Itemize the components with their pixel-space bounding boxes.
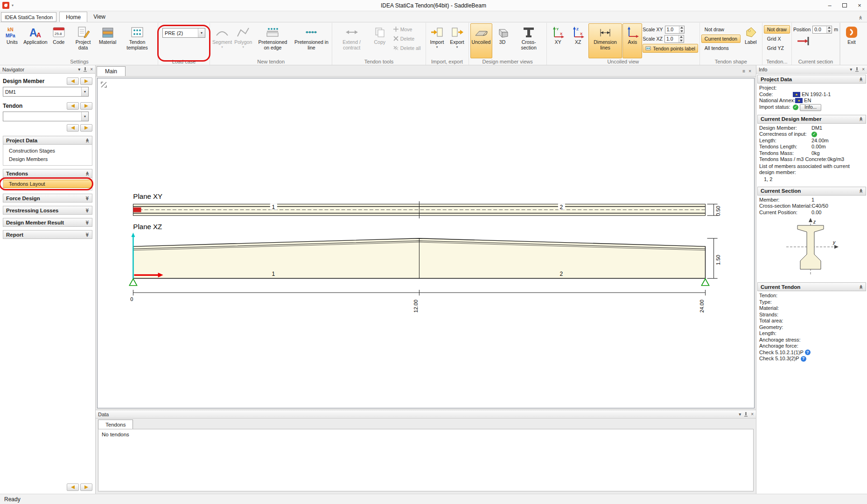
position-label: Position xyxy=(793,27,811,32)
data-close-icon[interactable]: × xyxy=(751,412,754,417)
section-header-project-data[interactable]: Project Data ≫ xyxy=(3,136,92,145)
move-button[interactable]: Move xyxy=(390,25,424,34)
uncoiled-view-button[interactable]: Uncoiled xyxy=(470,23,492,58)
info-menu-icon[interactable]: ▾ xyxy=(850,67,852,72)
quick-access-caret-icon[interactable]: ▾ xyxy=(12,3,14,7)
units-button[interactable]: kNMPa Units xyxy=(2,23,22,58)
tendon-shape-not-draw-button[interactable]: Not draw xyxy=(701,25,741,34)
design-member-select[interactable]: DM1 ▾ xyxy=(3,87,89,97)
fit-view-icon[interactable] xyxy=(100,81,107,90)
spin-down-icon[interactable] xyxy=(679,39,684,42)
project-data-button[interactable]: Project data xyxy=(69,23,97,58)
tab-view[interactable]: View xyxy=(87,12,112,22)
scale-xy-input[interactable]: 1.0 xyxy=(665,26,685,34)
application-button[interactable]: AA Application xyxy=(22,23,49,58)
pretensioned-on-edge-button[interactable]: Pretensioned on edge xyxy=(253,23,292,58)
current-section-position-button[interactable] xyxy=(793,35,838,49)
app-menu-button[interactable]: IDEA StatiCa Tendon xyxy=(1,12,56,22)
section-header-force-design[interactable]: Force Design ≫ xyxy=(3,194,92,203)
load-case-select[interactable]: PRE (2) ▾ xyxy=(162,28,205,38)
position-input[interactable]: 0.0 xyxy=(812,26,832,34)
collapse-ribbon-icon[interactable]: ≫ xyxy=(858,15,862,20)
section-header-prestressing-losses[interactable]: Prestressing Losses ≫ xyxy=(3,206,92,215)
collapse-icon: ≫ xyxy=(858,189,863,193)
material-button[interactable]: Material xyxy=(98,23,118,58)
polygon-button[interactable]: Polygon ▾ xyxy=(233,23,253,58)
close-button[interactable]: × xyxy=(852,0,867,11)
dropdown-arrow-icon[interactable]: ▾ xyxy=(81,87,88,96)
tendon-grid-not-draw-button[interactable]: Not draw xyxy=(764,25,790,34)
section-header-design-member-result[interactable]: Design Member Result ≫ xyxy=(3,218,92,227)
navigator-bottom-prev-button[interactable] xyxy=(67,483,79,491)
cross-section-view-button[interactable]: Cross-section xyxy=(513,23,545,58)
nav-item-construction-stages[interactable]: Construction Stages xyxy=(3,147,92,155)
design-member-prev-button[interactable] xyxy=(67,77,79,85)
spin-up-icon[interactable] xyxy=(679,35,684,39)
help-icon[interactable]: ? xyxy=(801,356,806,362)
import-button[interactable]: Import ▾ xyxy=(427,23,447,58)
tendon-select[interactable]: ▾ xyxy=(3,112,89,121)
section-header-report[interactable]: Report ≫ xyxy=(3,230,92,239)
current-tendon-button[interactable]: Current tendon xyxy=(701,35,741,43)
info-close-icon[interactable]: × xyxy=(862,67,865,72)
dimension-lines-button[interactable]: Dimension lines xyxy=(588,23,622,58)
tendon-order-prev-button[interactable] xyxy=(67,124,79,132)
tendon-prev-button[interactable] xyxy=(67,102,79,110)
grid-x-button[interactable]: Grid X xyxy=(764,35,790,43)
all-tendons-button[interactable]: All tendons xyxy=(701,44,741,52)
delete-all-button[interactable]: Delete all xyxy=(390,44,424,52)
info-pin-icon[interactable] xyxy=(855,67,859,72)
plane-xz-button[interactable]: ZX XZ xyxy=(568,23,588,58)
import-info-button[interactable]: Info... xyxy=(800,104,821,111)
view-close-icon[interactable]: × xyxy=(748,69,751,74)
info-header-current-tendon[interactable]: Current Tendon ≫ xyxy=(757,282,866,291)
data-pin-icon[interactable] xyxy=(744,412,748,417)
label-button[interactable]: Label xyxy=(741,23,761,58)
view-menu-icon[interactable]: ≡ xyxy=(742,69,745,74)
spin-down-icon[interactable] xyxy=(827,29,832,33)
tab-tendons[interactable]: Tendons xyxy=(98,420,133,429)
nav-item-design-members[interactable]: Design Members xyxy=(3,155,92,163)
delete-button[interactable]: Delete xyxy=(390,35,424,43)
grid-yz-button[interactable]: Grid YZ xyxy=(764,44,790,52)
nav-item-tendons-layout[interactable]: Tendons Layout xyxy=(3,180,92,188)
code-button[interactable]: 25.8 Code xyxy=(49,23,69,58)
plane-xy-button[interactable]: YX XY xyxy=(548,23,568,58)
axis-button[interactable]: Axis xyxy=(622,23,642,58)
exit-button[interactable]: Exit xyxy=(842,23,861,58)
tendon-order-next-button[interactable] xyxy=(80,124,92,132)
design-member-next-button[interactable] xyxy=(80,77,92,85)
tab-main-view[interactable]: Main xyxy=(97,66,126,76)
copy-button[interactable]: Copy xyxy=(370,23,390,58)
segment-button[interactable]: Segment ▾ xyxy=(211,23,233,58)
info-header-project-data[interactable]: Project Data ≫ xyxy=(757,75,866,84)
navigator-bottom-next-button[interactable] xyxy=(80,483,92,491)
navigator-pin-icon[interactable] xyxy=(83,67,87,72)
help-icon[interactable]: ? xyxy=(805,350,811,355)
export-button[interactable]: Export ▾ xyxy=(447,23,467,58)
spin-up-icon[interactable] xyxy=(827,26,832,30)
info-header-current-section[interactable]: Current Section ≫ xyxy=(757,187,866,196)
spin-down-icon[interactable] xyxy=(679,29,684,33)
drawing-canvas[interactable]: Plane XY 1 2 xyxy=(97,78,755,408)
info-header-current-design-member[interactable]: Current Design Member ≫ xyxy=(757,115,866,124)
dropdown-arrow-icon[interactable]: ▾ xyxy=(81,112,88,121)
tendon-templates-button[interactable]: Tendon templates xyxy=(118,23,156,58)
navigator-menu-icon[interactable]: ▾ xyxy=(78,67,80,72)
data-menu-icon[interactable]: ▾ xyxy=(739,412,741,417)
scale-xz-input[interactable]: 1.0 xyxy=(664,35,684,43)
section-header-tendons[interactable]: Tendons ≫ xyxy=(3,169,92,178)
navigator-close-icon[interactable]: × xyxy=(90,67,93,72)
tab-home[interactable]: Home xyxy=(59,12,87,22)
spin-up-icon[interactable] xyxy=(679,26,684,30)
dimension-lines-icon xyxy=(598,25,612,40)
minimize-button[interactable]: – xyxy=(822,0,837,11)
dropdown-arrow-icon[interactable]: ▾ xyxy=(198,28,205,37)
maximize-button[interactable] xyxy=(837,0,852,11)
extend-contract-button[interactable]: Extend / contract xyxy=(334,23,369,58)
nav-section-force-design: Force Design ≫ xyxy=(3,194,92,203)
tendon-points-label-button[interactable]: Tendon points label xyxy=(643,44,698,53)
threed-view-button[interactable]: 3D xyxy=(493,23,512,58)
tendon-next-button[interactable] xyxy=(80,102,92,110)
pretensioned-in-line-button[interactable]: Pretensioned in line xyxy=(292,23,330,58)
